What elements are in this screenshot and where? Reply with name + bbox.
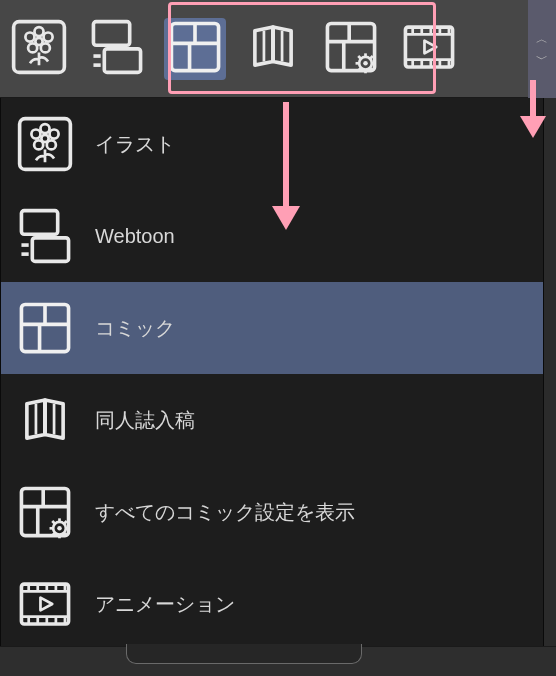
tab-comic[interactable] <box>164 18 226 80</box>
type-toolbar <box>0 0 556 98</box>
webtoon-icon <box>13 204 77 268</box>
menu-item-label: すべてのコミック設定を表示 <box>95 499 355 526</box>
menu-item-label: アニメーション <box>95 591 235 618</box>
tab-webtoon[interactable] <box>86 18 148 80</box>
chevron-up-icon[interactable]: ︿ <box>536 33 548 45</box>
menu-item-webtoon[interactable]: Webtoon <box>1 190 543 282</box>
doujin-icon <box>244 18 302 80</box>
tab-animation[interactable] <box>398 18 460 80</box>
type-dropdown-menu: イラスト Webtoon コミック 同人誌入稿 すべてのコミック設定を表示 アニ… <box>0 98 544 651</box>
tab-illustration[interactable] <box>8 18 70 80</box>
tab-doujin[interactable] <box>242 18 304 80</box>
menu-item-comic[interactable]: コミック <box>1 282 543 374</box>
comic-icon <box>166 18 224 80</box>
menu-item-label: Webtoon <box>95 225 175 248</box>
doujin-icon <box>13 388 77 452</box>
menu-item-label: 同人誌入稿 <box>95 407 195 434</box>
menu-item-animation[interactable]: アニメーション <box>1 558 543 650</box>
comic-icon <box>13 296 77 360</box>
webtoon-icon <box>88 18 146 80</box>
menu-item-comic-settings[interactable]: すべてのコミック設定を表示 <box>1 466 543 558</box>
nav-column: ︿ ﹀ <box>528 0 556 98</box>
comic-settings-icon <box>13 480 77 544</box>
menu-item-doujin[interactable]: 同人誌入稿 <box>1 374 543 466</box>
tab-comic-settings[interactable] <box>320 18 382 80</box>
chevron-down-icon[interactable]: ﹀ <box>536 53 548 65</box>
illustration-icon <box>13 112 77 176</box>
menu-item-illustration[interactable]: イラスト <box>1 98 543 190</box>
menu-item-label: イラスト <box>95 131 175 158</box>
animation-icon <box>400 18 458 80</box>
menu-item-label: コミック <box>95 315 175 342</box>
bottom-capsule <box>126 644 362 664</box>
comic-settings-icon <box>322 18 380 80</box>
animation-icon <box>13 572 77 636</box>
illustration-icon <box>10 18 68 80</box>
